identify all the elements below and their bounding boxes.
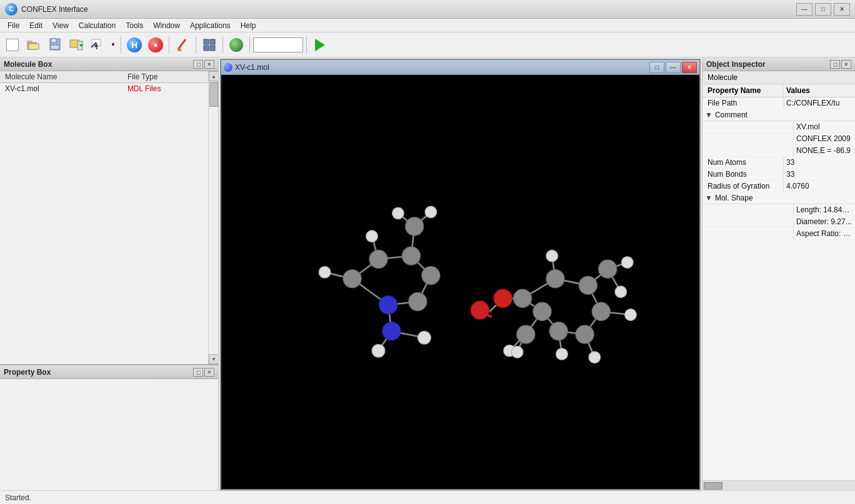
molecule-canvas[interactable] [221,75,699,489]
atom-n [382,322,401,340]
atom-c [422,266,440,284]
open-button[interactable] [24,35,44,55]
minimize-button[interactable]: — [796,3,812,16]
molecule-box-controls: ◻ ✕ [193,60,214,69]
select-tool-button[interactable] [88,35,108,55]
list-item: Aspect Ratio: 1... [702,228,855,240]
viewer-title-text: XV-c1.mol [235,63,649,72]
table-row[interactable]: XV-c1.mol MDL Files [0,83,208,95]
status-text: Started. [5,493,31,502]
oi-key-filepath: File Path [702,97,784,109]
viewer-close-button[interactable]: ✕ [682,62,697,73]
molecule-box-close-button[interactable]: ✕ [204,60,214,69]
brush-button[interactable] [172,35,192,55]
grid-icon [202,38,216,52]
grid-button[interactable] [199,35,219,55]
close-button[interactable]: ✕ [834,3,850,16]
oi-close-button[interactable]: ✕ [841,60,851,69]
molecule-box: Molecule Box ◻ ✕ Molecule Name File Type [0,57,218,365]
viewer-minimize-button[interactable]: — [666,62,681,73]
menu-file[interactable]: File [2,20,24,31]
oi-key-comment1 [712,121,794,132]
oi-val-filepath: C:/CONFLEX/tu [784,97,855,109]
atom-h [319,266,331,278]
oi-restore-button[interactable]: ◻ [830,60,840,69]
property-box: Property Box ◻ ✕ [0,365,218,490]
menu-help[interactable]: Help [236,20,261,31]
oi-val-aspectratio: Aspect Ratio: 1... [794,228,855,239]
oi-horizontal-scrollbar[interactable] [702,480,855,490]
oi-val-length: Length: 14.843... [794,204,855,215]
scroll-up-button[interactable]: ▲ [209,71,218,81]
svg-rect-15 [210,39,215,44]
maximize-button[interactable]: □ [815,3,831,16]
menu-bar: File Edit View Calculation Tools Window … [0,19,855,32]
viewer-maximize-button[interactable]: □ [649,62,664,73]
oi-header-values: Values [784,84,855,97]
list-item[interactable]: ▼ Mol. Shape [702,192,855,204]
svg-rect-4 [51,39,56,42]
menu-window[interactable]: Window [148,20,185,31]
mol-type-cell: MDL Files [122,83,208,95]
atom-c [405,217,423,235]
oi-val-comment1: XV.mol [794,121,855,132]
sphere-button[interactable] [226,35,246,55]
atom-h [589,352,601,363]
oi-val-comment2: CONFLEX 2009 [794,133,855,144]
hydrogen-button[interactable]: H [124,35,144,55]
scroll-thumb[interactable] [209,82,218,107]
svg-rect-17 [210,46,215,51]
property-box-close-button[interactable]: ✕ [204,368,214,377]
atom-n [379,296,398,314]
atom-c [546,270,564,288]
menu-applications[interactable]: Applications [185,20,236,31]
atom-c [343,270,361,288]
menu-edit[interactable]: Edit [24,20,48,31]
property-box-restore-button[interactable]: ◻ [193,368,203,377]
menu-calculation[interactable]: Calculation [74,20,121,31]
atom-h [425,206,437,218]
oi-key-numbonds: Num Bonds [702,169,784,180]
oi-scroll-thumb[interactable] [704,482,722,490]
play-icon [315,39,325,51]
dropdown-arrow-button[interactable]: ▼ [109,35,118,55]
atom-c [402,247,420,265]
property-box-controls: ◻ ✕ [193,368,214,377]
menu-view[interactable]: View [48,20,74,31]
molecule-viewer-window: XV-c1.mol □ — ✕ [220,59,701,490]
left-panel: Molecule Box ◻ ✕ Molecule Name File Type [0,57,219,490]
import-icon [69,38,83,52]
window-controls: — □ ✕ [796,3,850,16]
scroll-down-button[interactable]: ▼ [209,354,218,364]
atom-c [592,302,610,320]
atom-c [599,260,617,278]
oi-key-length [712,204,794,215]
expand-icon[interactable]: ▼ [705,111,712,119]
save-button[interactable] [45,35,65,55]
atom-h [615,286,627,298]
hydrogen-icon: H [127,37,142,52]
search-input[interactable] [253,37,303,52]
list-item: NONE,E = -86.9 [702,145,855,157]
molecule-box-restore-button[interactable]: ◻ [193,60,203,69]
menu-tools[interactable]: Tools [121,20,148,31]
separator-4 [222,36,223,54]
atom-c [517,325,535,343]
stop-button[interactable]: ● [146,35,166,55]
open-icon [27,39,41,51]
atom-c [409,292,427,310]
oi-key-comment3 [712,145,794,156]
atom-h [511,346,523,358]
viewer-title-icon [224,63,232,72]
oi-key-comment2 [712,133,794,144]
atom-h [556,348,568,360]
mol-name-header: Molecule Name [0,71,122,83]
sphere-icon [229,38,243,52]
molecule-table: Molecule Name File Type XV-c1.mol MDL Fi… [0,71,208,95]
list-item[interactable]: ▼ Comment [702,109,855,121]
new-button[interactable] [2,35,22,55]
play-button[interactable] [310,35,330,55]
expand-molshape-icon[interactable]: ▼ [705,194,712,202]
import-button[interactable] [66,35,86,55]
oi-val-numatoms: 33 [784,157,855,168]
